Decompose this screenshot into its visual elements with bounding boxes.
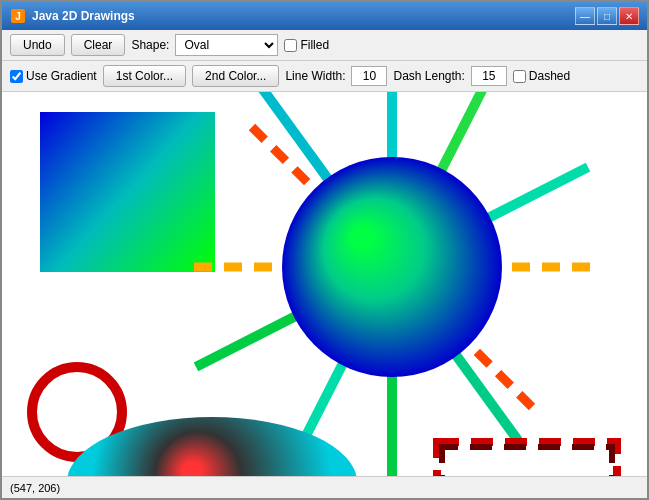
use-gradient-checkbox[interactable] (10, 70, 23, 83)
svg-text:J: J (15, 11, 21, 22)
title-bar: J Java 2D Drawings — □ ✕ (2, 2, 647, 30)
dash-length-input[interactable] (471, 66, 507, 86)
use-gradient-label[interactable]: Use Gradient (10, 69, 97, 83)
color2-button[interactable]: 2nd Color... (192, 65, 279, 87)
toolbar1: Undo Clear Shape: Oval Line Rectangle 3D… (2, 30, 647, 61)
shape-select[interactable]: Oval Line Rectangle 3D Rectangle (175, 34, 278, 56)
status-bar: (547, 206) (2, 476, 647, 498)
minimize-button[interactable]: — (575, 7, 595, 25)
clear-button[interactable]: Clear (71, 34, 126, 56)
dashed-label: Dashed (529, 69, 570, 83)
main-canvas[interactable] (2, 92, 647, 476)
line-width-input[interactable] (351, 66, 387, 86)
line-width-label: Line Width: (285, 69, 345, 83)
dash-length-label: Dash Length: (393, 69, 464, 83)
color1-button[interactable]: 1st Color... (103, 65, 186, 87)
shape-label: Shape: (131, 38, 169, 52)
dashed-checkbox[interactable] (513, 70, 526, 83)
main-window: J Java 2D Drawings — □ ✕ Undo Clear Shap… (0, 0, 649, 500)
title-bar-left: J Java 2D Drawings (10, 8, 135, 24)
filled-label: Filled (300, 38, 329, 52)
title-buttons: — □ ✕ (575, 7, 639, 25)
drawing-canvas-area[interactable] (2, 92, 647, 476)
use-gradient-text: Use Gradient (26, 69, 97, 83)
coords-display: (547, 206) (10, 482, 60, 494)
dashed-checkbox-label[interactable]: Dashed (513, 69, 570, 83)
filled-checkbox-label[interactable]: Filled (284, 38, 329, 52)
app-icon: J (10, 8, 26, 24)
toolbar2: Use Gradient 1st Color... 2nd Color... L… (2, 61, 647, 92)
window-title: Java 2D Drawings (32, 9, 135, 23)
close-button[interactable]: ✕ (619, 7, 639, 25)
filled-checkbox[interactable] (284, 39, 297, 52)
undo-button[interactable]: Undo (10, 34, 65, 56)
maximize-button[interactable]: □ (597, 7, 617, 25)
